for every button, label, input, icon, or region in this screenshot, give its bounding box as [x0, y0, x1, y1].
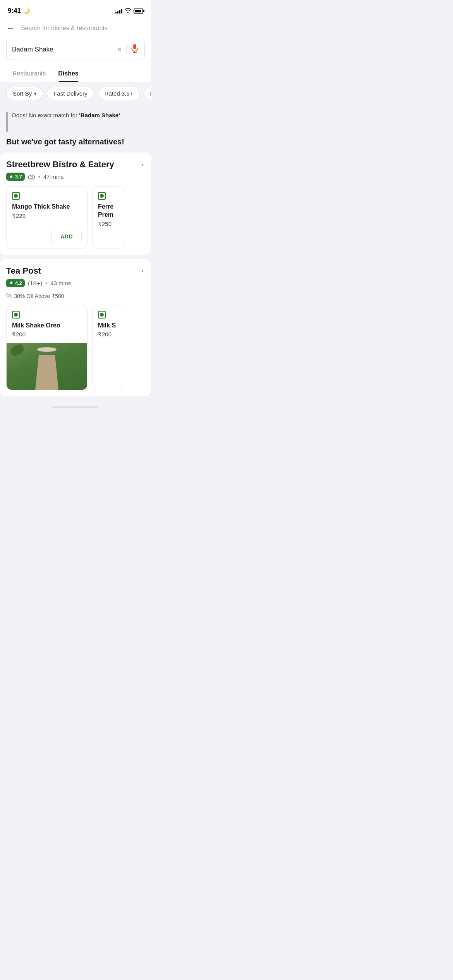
status-icons	[115, 8, 143, 14]
search-box[interactable]: Badam Shake ✕	[6, 39, 145, 60]
filter-fast-delivery[interactable]: Fast Delivery	[47, 87, 94, 100]
back-button[interactable]: ←	[6, 23, 15, 33]
filters-container: Sort By ▾ Fast Delivery Rated 3.5+ Rs 10…	[0, 82, 151, 105]
battery-icon	[134, 9, 143, 14]
dish-card-milk-partial: Milk S ₹200	[92, 305, 123, 391]
dish-price-partial: ₹250	[98, 221, 119, 228]
scroll-indicator	[52, 406, 99, 408]
veg-icon-oreo	[12, 311, 20, 319]
dish-price-oreo: ₹200	[12, 331, 82, 338]
no-match-text: Oops! No exact match for 'Badam Shake'	[12, 111, 120, 120]
alternatives-text: But we've got tasty alternatives!	[0, 132, 151, 152]
restaurant-name-teapost: Tea Post	[6, 266, 41, 276]
clear-icon[interactable]: ✕	[117, 45, 122, 54]
dish-card-mango-shake: Mango Thick Shake ₹229 ADD	[6, 186, 88, 249]
dishes-scroll-teapost[interactable]: Milk Shake Oreo ₹200 Milk S ₹200	[0, 305, 151, 397]
dish-image-milkshake	[7, 343, 87, 390]
tab-restaurants[interactable]: Restaurants	[6, 65, 52, 82]
dish-card-milkshake-oreo: Milk Shake Oreo ₹200	[6, 305, 88, 391]
header: ← Search for dishes & restaurants	[0, 19, 151, 39]
dish-name: Mango Thick Shake	[12, 203, 82, 211]
dishes-scroll-streetbrew[interactable]: Mango Thick Shake ₹229 ADD Ferre Prem ₹2…	[0, 186, 151, 255]
restaurant-card-teapost: Tea Post → 4.2 (1K+) • 43 mins % 30% Off…	[0, 259, 151, 397]
veg-icon-milk-partial	[98, 311, 106, 319]
dish-name-milk-partial: Milk S	[98, 322, 117, 330]
filter-price[interactable]: Rs 100-R	[144, 87, 151, 100]
add-button-mango-shake[interactable]: ADD	[51, 230, 82, 243]
restaurant-header: Streetbrew Bistro & Eatery →	[0, 152, 151, 173]
restaurant-meta-streetbrew: 3.7 (3) • 47 mins	[0, 173, 151, 186]
restaurant-link-arrow[interactable]: →	[137, 160, 145, 169]
rating-badge: 3.7	[6, 173, 25, 181]
dish-name-partial: Ferre Prem	[98, 203, 119, 219]
search-box-container: Badam Shake ✕	[0, 39, 151, 65]
veg-icon-partial	[98, 192, 106, 200]
status-bar: 9:41 🌙	[0, 0, 151, 19]
offer-badge-teapost: % 30% Off Above ₹500	[0, 293, 151, 305]
dish-price: ₹229	[12, 212, 82, 219]
dish-name-oreo: Milk Shake Oreo	[12, 322, 82, 330]
veg-icon	[12, 192, 20, 200]
filter-sort-by[interactable]: Sort By ▾	[6, 87, 43, 100]
dish-card-ferre-partial: Ferre Prem ₹250	[92, 186, 125, 249]
no-match-banner: Oops! No exact match for 'Badam Shake'	[0, 105, 151, 132]
restaurant-link-arrow-teapost[interactable]: →	[137, 266, 145, 275]
percent-icon: %	[6, 293, 12, 300]
dish-price-milk-partial: ₹200	[98, 331, 117, 338]
status-time: 9:41	[8, 7, 21, 15]
rating-badge-teapost: 4.2	[6, 279, 25, 287]
moon-icon: 🌙	[23, 8, 30, 14]
filter-rated[interactable]: Rated 3.5+	[98, 87, 140, 100]
restaurant-meta-teapost: 4.2 (1K+) • 43 mins	[0, 279, 151, 293]
restaurant-name-streetbrew: Streetbrew Bistro & Eatery	[6, 159, 114, 170]
divider	[126, 45, 127, 54]
no-match-bar	[6, 112, 8, 132]
restaurant-card-streetbrew: Streetbrew Bistro & Eatery → 3.7 (3) • 4…	[0, 152, 151, 255]
tab-dishes[interactable]: Dishes	[52, 65, 84, 82]
search-input-value[interactable]: Badam Shake	[12, 46, 113, 53]
svg-rect-0	[133, 44, 136, 49]
wifi-icon	[125, 8, 131, 14]
tabs-container: Restaurants Dishes	[0, 65, 151, 82]
signal-bars	[115, 9, 122, 14]
chevron-down-icon: ▾	[34, 91, 36, 96]
restaurant-header-teapost: Tea Post →	[0, 259, 151, 279]
mic-icon[interactable]	[130, 44, 139, 55]
search-header-placeholder: Search for dishes & restaurants	[21, 25, 108, 32]
